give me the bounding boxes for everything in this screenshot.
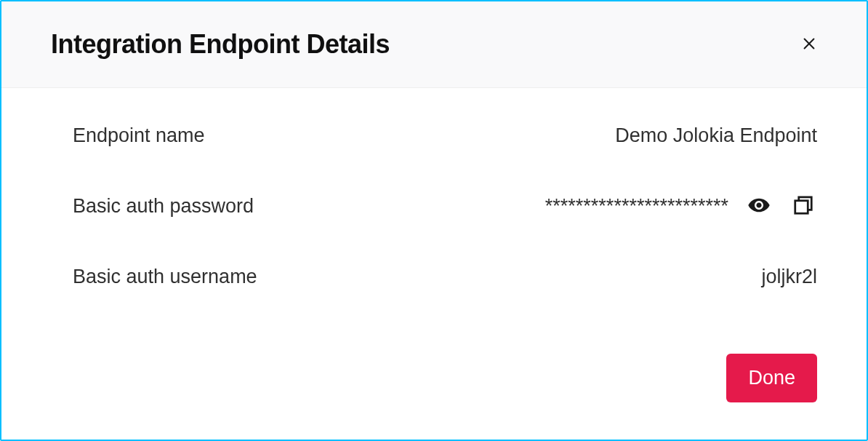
modal-header: Integration Endpoint Details (1, 1, 867, 88)
endpoint-name-row: Endpoint name Demo Jolokia Endpoint (73, 124, 817, 147)
username-label: Basic auth username (73, 266, 257, 288)
endpoint-name-value: Demo Jolokia Endpoint (615, 124, 817, 147)
close-icon (801, 36, 817, 54)
done-button[interactable]: Done (726, 354, 817, 402)
password-value: ************************ (545, 195, 728, 218)
svg-rect-2 (795, 201, 808, 214)
endpoint-name-label: Endpoint name (73, 124, 205, 147)
copy-icon (792, 194, 814, 218)
close-button[interactable] (795, 30, 823, 60)
modal-footer: Done (1, 354, 867, 432)
copy-password-button[interactable] (789, 191, 817, 221)
modal-body: Endpoint name Demo Jolokia Endpoint Basi… (1, 88, 867, 354)
password-label: Basic auth password (73, 195, 254, 218)
username-value: joljkr2l (761, 266, 817, 288)
eye-icon (747, 194, 771, 219)
modal-title: Integration Endpoint Details (51, 29, 390, 60)
password-row: Basic auth password ********************… (73, 191, 817, 222)
username-row: Basic auth username joljkr2l (73, 266, 817, 288)
reveal-password-button[interactable] (744, 191, 773, 222)
